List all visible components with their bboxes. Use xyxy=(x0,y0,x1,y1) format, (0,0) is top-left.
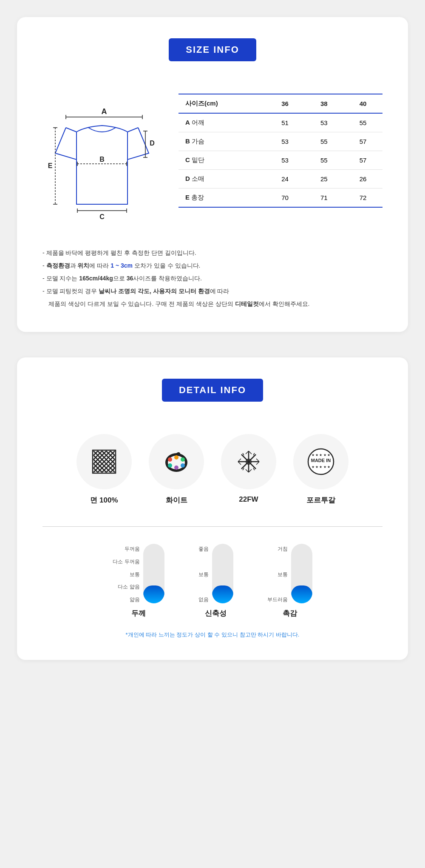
size-note-3: - 모델 지수는 165cm/44kg으로 36사이즈를 착용하였습니다. xyxy=(42,272,382,284)
table-cell-val: 26 xyxy=(343,170,382,188)
tshirt-diagram: A xyxy=(42,94,162,231)
table-cell-val: 70 xyxy=(266,188,305,208)
detail-icon-season: 22FW xyxy=(221,434,276,505)
gauge-thickness: 두꺼움 다소 두꺼움 보통 다소 얇음 얇음 두께 xyxy=(113,544,164,618)
gauge-name-thickness: 두께 xyxy=(131,608,146,618)
gauge-texture: 거침 보통 부드러움 촉감 xyxy=(267,544,312,618)
table-row: A 어깨 51 53 55 xyxy=(178,113,382,132)
svg-point-43 xyxy=(181,457,185,462)
size-note-2: - 측정환경과 위치에 따라 1 ~ 3cm 오차가 있을 수 있습니다. xyxy=(42,260,382,271)
size-info-card: SIZE INFO A xyxy=(17,17,408,332)
table-row: B 가슴 53 55 57 xyxy=(178,132,382,151)
divider xyxy=(42,526,382,527)
gauge-section: 두꺼움 다소 두꺼움 보통 다소 얇음 얇음 두께 좋음 xyxy=(42,544,382,618)
svg-text:★ ★ ★ ★ ★: ★ ★ ★ ★ ★ xyxy=(312,465,330,469)
gauge-bar-elasticity xyxy=(212,544,233,603)
color-icon xyxy=(162,447,191,477)
table-cell-label: E 총장 xyxy=(178,188,266,208)
table-cell-val: 53 xyxy=(305,113,344,132)
table-cell-val: 57 xyxy=(343,151,382,170)
table-cell-val: 53 xyxy=(266,151,305,170)
detail-icons-row: 면 100% xyxy=(42,434,382,505)
table-cell-label: D 소매 xyxy=(178,170,266,188)
table-cell-val: 55 xyxy=(305,151,344,170)
table-cell-val: 51 xyxy=(266,113,305,132)
size-note-1: - 제품을 바닥에 평평하게 펼친 후 측정한 단면 길이입니다. xyxy=(42,247,382,259)
svg-text:★ ★ ★ ★ ★: ★ ★ ★ ★ ★ xyxy=(312,453,330,457)
svg-line-61 xyxy=(253,453,255,455)
fabric-label: 면 100% xyxy=(90,495,118,505)
size-note-4: - 모델 피팅컷의 경우 날씨나 조명의 각도, 사용자의 모니터 환경에 따라 xyxy=(42,285,382,297)
madein-label: 포르투갈 xyxy=(306,495,335,505)
detail-icon-madein: ★ ★ ★ ★ ★ MADE IN ★ ★ ★ ★ ★ 포르투갈 xyxy=(293,434,348,505)
table-cell-label: C 밑단 xyxy=(178,151,266,170)
table-cell-label: A 어깨 xyxy=(178,113,266,132)
gauge-labels-texture: 거침 보통 부드러움 xyxy=(267,544,288,603)
size-notes: - 제품을 바닥에 평평하게 펼친 후 측정한 단면 길이입니다. - 측정환경… xyxy=(42,247,382,310)
detail-icon-color: 화이트 xyxy=(149,434,204,505)
table-cell-val: 53 xyxy=(266,132,305,151)
fabric-icon-circle xyxy=(76,434,132,489)
table-header-40: 40 xyxy=(343,94,382,113)
season-label: 22FW xyxy=(239,495,258,504)
svg-point-45 xyxy=(174,465,178,470)
svg-text:A: A xyxy=(102,107,107,116)
size-note-5: 제품의 색상이 다르게 보일 수 있습니다. 구매 전 제품의 색상은 상단의 … xyxy=(42,298,382,310)
color-icon-circle xyxy=(149,434,204,489)
table-cell-val: 25 xyxy=(305,170,344,188)
table-cell-val: 24 xyxy=(266,170,305,188)
svg-line-60 xyxy=(243,453,244,455)
detail-info-button: DETAIL INFO xyxy=(162,379,263,402)
gauge-fill-thickness xyxy=(143,585,164,603)
table-cell-val: 71 xyxy=(305,188,344,208)
svg-text:B: B xyxy=(99,156,105,163)
table-row: D 소매 24 25 26 xyxy=(178,170,382,188)
gauge-bar-thickness xyxy=(143,544,164,603)
size-table: 사이즈(cm) 36 38 40 A 어깨 51 53 55 xyxy=(178,94,382,208)
table-cell-label: B 가슴 xyxy=(178,132,266,151)
svg-point-44 xyxy=(181,463,185,468)
table-header-38: 38 xyxy=(305,94,344,113)
svg-point-41 xyxy=(168,457,172,462)
gauge-fill-texture xyxy=(291,585,312,603)
table-row: E 총장 70 71 72 xyxy=(178,188,382,208)
gauge-elasticity: 좋음 보통 없음 신축성 xyxy=(198,544,233,618)
season-icon xyxy=(234,447,264,477)
detail-icon-fabric: 면 100% xyxy=(76,434,132,505)
table-row: C 밑단 53 55 57 xyxy=(178,151,382,170)
table-cell-val: 55 xyxy=(305,132,344,151)
gauge-bar-texture xyxy=(291,544,312,603)
size-info-button: SIZE INFO xyxy=(169,38,256,61)
svg-text:D: D xyxy=(150,140,155,147)
table-cell-val: 55 xyxy=(343,113,382,132)
gauge-name-texture: 촉감 xyxy=(283,608,297,618)
table-cell-val: 72 xyxy=(343,188,382,208)
gauge-name-elasticity: 신축성 xyxy=(205,608,227,618)
svg-line-62 xyxy=(243,468,244,470)
detail-info-card: DETAIL INFO xyxy=(17,357,408,660)
detail-note: *개인에 따라 느끼는 정도가 상이 할 수 있으니 참고만 하시기 바랍니다. xyxy=(42,631,382,639)
gauge-labels-thickness: 두꺼움 다소 두꺼움 보통 다소 얇음 얇음 xyxy=(113,544,139,603)
table-cell-val: 57 xyxy=(343,132,382,151)
svg-text:MADE IN: MADE IN xyxy=(311,458,331,463)
fabric-icon xyxy=(89,447,119,477)
svg-line-63 xyxy=(253,468,255,470)
size-table-wrap: 사이즈(cm) 36 38 40 A 어깨 51 53 55 xyxy=(178,94,382,208)
color-label: 화이트 xyxy=(166,495,187,505)
table-header-size: 사이즈(cm) xyxy=(178,94,266,113)
madein-icon-circle: ★ ★ ★ ★ ★ MADE IN ★ ★ ★ ★ ★ xyxy=(293,434,348,489)
svg-point-42 xyxy=(174,455,178,460)
svg-text:C: C xyxy=(99,213,105,220)
table-header-36: 36 xyxy=(266,94,305,113)
madein-icon: ★ ★ ★ ★ ★ MADE IN ★ ★ ★ ★ ★ xyxy=(306,447,336,477)
gauge-labels-elasticity: 좋음 보통 없음 xyxy=(198,544,209,603)
season-icon-circle xyxy=(221,434,276,489)
svg-text:E: E xyxy=(48,162,53,169)
svg-point-46 xyxy=(168,463,172,468)
gauge-fill-elasticity xyxy=(212,585,233,603)
